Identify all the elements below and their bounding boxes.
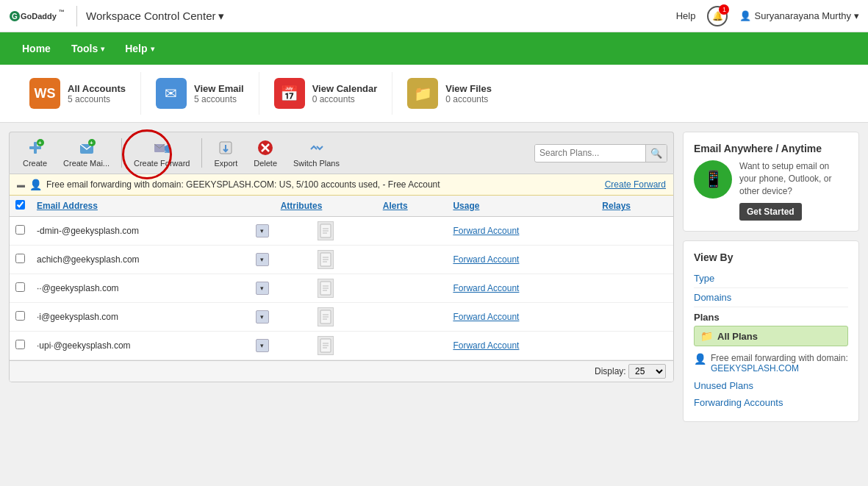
tile-view-calendar[interactable]: 📅 View Calendar 0 accounts	[259, 72, 393, 115]
view-calendar-sub: 0 accounts	[312, 94, 378, 104]
row-checkbox-0[interactable]	[15, 225, 25, 235]
usage-cell-1: Forward Account	[447, 246, 596, 274]
row-checkbox-4[interactable]	[15, 340, 25, 349]
help-arrow: ▾	[151, 45, 154, 53]
plans-label: Plans	[694, 312, 848, 323]
banner-text: Free email forwarding with domain: GEEKY…	[46, 179, 440, 190]
tile-view-email[interactable]: ✉ View Email 5 accounts	[141, 72, 259, 115]
svg-text:G: G	[12, 12, 18, 21]
display-select[interactable]: 25 50 100	[628, 364, 666, 379]
attr-icon-2[interactable]	[318, 279, 334, 298]
forwarding-accounts-link[interactable]: Forwarding Accounts	[694, 394, 848, 411]
tile-view-files[interactable]: 📁 View Files 0 accounts	[392, 72, 506, 115]
email-cell-0: -dmin-@geekysplash.com	[31, 217, 250, 246]
relays-cell-0	[596, 217, 673, 246]
create-mailbox-icon: +	[77, 138, 96, 157]
workspace-dropdown-arrow[interactable]: ▾	[218, 10, 224, 23]
col-email-address[interactable]: Email Address	[31, 196, 275, 217]
attr-icon-4[interactable]	[318, 336, 334, 355]
view-by-card: View By Type Domains Plans 📁 All Plans 👤…	[683, 240, 859, 422]
view-by-title: View By	[694, 251, 848, 263]
svg-marker-12	[165, 144, 169, 153]
free-plan-link[interactable]: GEEKYSPLASH.COM	[711, 363, 799, 374]
col-attributes[interactable]: Attributes	[275, 196, 377, 217]
col-relays[interactable]: Relays	[596, 196, 673, 217]
all-plans-label: All Plans	[717, 331, 758, 342]
top-bar: G GoDaddy ™ Workspace Control Center ▾ H…	[0, 0, 868, 32]
nav-home[interactable]: Home	[12, 32, 61, 65]
row-dropdown-3[interactable]: ▾	[256, 310, 269, 324]
workspace-title: Workspace Control Center ▾	[86, 10, 224, 23]
free-plan-item[interactable]: 👤 Free email forwarding with domain: GEE…	[694, 349, 848, 377]
accounts-row: WS All Accounts 5 accounts ✉ View Email …	[0, 65, 868, 123]
table-row: achich@geekysplash.com ▾ Forward Account	[10, 246, 673, 274]
search-box: 🔍	[534, 144, 667, 162]
alerts-cell-0	[377, 217, 448, 246]
logo: G GoDaddy ™	[9, 7, 68, 26]
create-mailbox-button[interactable]: + Create Mai...	[56, 135, 117, 171]
help-link[interactable]: Help	[676, 10, 696, 21]
svg-text:+: +	[90, 140, 93, 146]
left-panel: + Create + Create Mai... Create Forward	[9, 132, 674, 422]
view-email-sub: 5 accounts	[194, 94, 244, 104]
row-dropdown-2[interactable]: ▾	[256, 282, 269, 295]
relays-cell-1	[596, 246, 673, 274]
nav-tools[interactable]: Tools ▾	[61, 32, 115, 65]
row-checkbox-3[interactable]	[15, 311, 25, 321]
email-cell-3: ·i@geekysplash.com	[31, 303, 250, 332]
row-dropdown-4[interactable]: ▾	[256, 339, 269, 352]
usage-cell-0: Forward Account	[447, 217, 596, 246]
select-all-checkbox[interactable]	[15, 200, 25, 210]
get-started-button[interactable]: Get Started	[739, 203, 802, 221]
top-bar-right: Help 🔔 1 👤 Suryanarayana Murthy ▾	[676, 6, 859, 26]
view-by-domains[interactable]: Domains	[694, 288, 848, 307]
delete-button[interactable]: Delete	[246, 135, 284, 171]
nav-help[interactable]: Help ▾	[115, 32, 164, 65]
user-icon: 👤	[739, 10, 751, 21]
banner-create-forward-link[interactable]: Create Forward	[605, 179, 666, 190]
table-row: ·upi·@geekysplash.com ▾ Forward Account	[10, 332, 673, 360]
unused-plans-link[interactable]: Unused Plans	[694, 377, 848, 394]
search-button[interactable]: 🔍	[645, 145, 667, 162]
switch-plans-button[interactable]: Switch Plans	[286, 135, 347, 171]
all-accounts-icon: WS	[29, 78, 60, 109]
all-plans-item[interactable]: 📁 All Plans	[694, 326, 848, 346]
row-dropdown-0[interactable]: ▾	[256, 224, 269, 237]
notification-button[interactable]: 🔔 1	[707, 6, 728, 26]
row-dropdown-1[interactable]: ▾	[256, 253, 269, 266]
collapse-button[interactable]: ▬	[17, 180, 25, 189]
logo-divider	[76, 6, 77, 26]
phone-icon: 📱	[694, 160, 732, 199]
view-calendar-title: View Calendar	[312, 83, 378, 94]
svg-text:™: ™	[59, 9, 65, 15]
col-usage[interactable]: Usage	[447, 196, 596, 217]
view-email-icon: ✉	[156, 78, 187, 109]
export-button[interactable]: Export	[207, 135, 245, 171]
attr-icon-3[interactable]	[318, 307, 334, 326]
godaddy-logo-icon: G GoDaddy ™	[9, 7, 68, 26]
col-alerts[interactable]: Alerts	[377, 196, 448, 217]
email-anywhere-title: Email Anywhere / Anytime	[694, 143, 848, 154]
table-row: -dmin-@geekysplash.com ▾ Forward Account	[10, 217, 673, 246]
user-menu[interactable]: 👤 Suryanarayana Murthy ▾	[739, 10, 859, 21]
table-row: ··@geekysplash.com ▾ Forward Account	[10, 274, 673, 303]
create-forward-button[interactable]: Create Forward	[126, 135, 197, 171]
usage-cell-2: Forward Account	[447, 274, 596, 303]
create-button[interactable]: + Create	[15, 135, 54, 171]
info-banner: ▬ 👤 Free email forwarding with domain: G…	[10, 174, 673, 196]
search-input[interactable]	[535, 145, 645, 161]
row-checkbox-1[interactable]	[15, 254, 25, 263]
attr-icon-0[interactable]	[318, 221, 334, 240]
create-forward-icon	[152, 138, 171, 157]
usage-cell-3: Forward Account	[447, 303, 596, 332]
tile-all-accounts[interactable]: WS All Accounts 5 accounts	[15, 72, 141, 115]
user-menu-arrow: ▾	[854, 10, 859, 21]
view-by-type[interactable]: Type	[694, 269, 848, 288]
col-checkbox	[10, 196, 31, 217]
data-table-wrapper: ▬ 👤 Free email forwarding with domain: G…	[9, 174, 674, 382]
row-checkbox-2[interactable]	[15, 282, 25, 292]
toolbar-separator-1	[121, 138, 122, 168]
attr-icon-1[interactable]	[318, 250, 334, 269]
svg-text:GoDaddy: GoDaddy	[21, 12, 57, 21]
svg-rect-5	[34, 142, 37, 154]
